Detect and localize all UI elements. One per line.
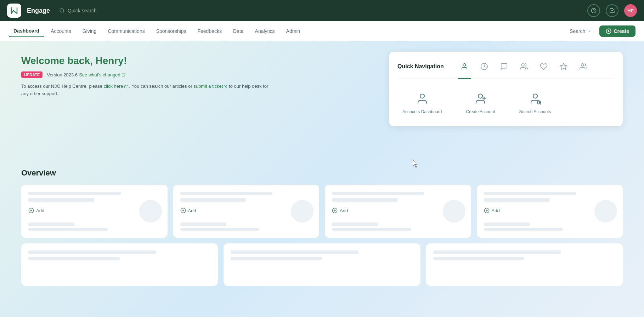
quick-nav-items: Accounts Dashboard Create Account Se xyxy=(397,87,614,118)
overview-card-3: Add xyxy=(325,185,471,238)
card-1-add-button[interactable]: Add xyxy=(28,208,44,213)
help-button[interactable] xyxy=(587,4,600,17)
skeleton-line xyxy=(484,228,563,231)
svg-point-10 xyxy=(521,64,524,66)
card-4-skeleton xyxy=(484,192,616,202)
overview-section: Overview Add xyxy=(21,168,623,286)
see-changes-link[interactable]: See what's changed xyxy=(79,72,126,77)
overview-bottom-card-1 xyxy=(21,243,218,286)
svg-line-8 xyxy=(225,85,227,87)
help-intro: To access our N3O Help Centre, please xyxy=(21,83,102,89)
skeleton-line xyxy=(332,192,424,195)
nav-item-analytics[interactable]: Analytics xyxy=(250,25,280,37)
nav-item-accounts[interactable]: Accounts xyxy=(46,25,76,37)
card-1-circle xyxy=(139,200,162,223)
welcome-name: Henry! xyxy=(96,55,127,66)
skeleton-line xyxy=(332,223,378,226)
qn-item-accounts-dashboard[interactable]: Accounts Dashboard xyxy=(397,87,447,118)
overview-card-1: Add xyxy=(21,185,168,238)
svg-line-6 xyxy=(123,73,125,75)
svg-line-7 xyxy=(125,85,127,87)
nav-item-sponsorships[interactable]: Sponsorships xyxy=(151,25,191,37)
svg-point-9 xyxy=(463,64,465,66)
accounts-dashboard-label: Accounts Dashboard xyxy=(402,109,442,114)
card-2-add-button[interactable]: Add xyxy=(180,208,196,213)
overview-cards-row2 xyxy=(21,243,623,286)
svg-point-14 xyxy=(478,94,482,98)
nav-item-communications[interactable]: Communications xyxy=(103,25,149,37)
main-content: Welcome back, Henry! UPDATE Version 2023… xyxy=(0,41,644,317)
card-4-circle xyxy=(594,200,617,223)
card-4-add-button[interactable]: Add xyxy=(484,208,500,213)
skeleton-line xyxy=(180,198,246,202)
skeleton-line xyxy=(231,257,322,260)
tasks-button[interactable] xyxy=(606,4,618,17)
nav-item-giving[interactable]: Giving xyxy=(78,25,102,37)
card-1-skeleton xyxy=(28,192,160,202)
add-label-4: Add xyxy=(492,208,500,213)
search-label: Search xyxy=(570,28,585,34)
overview-bottom-card-3 xyxy=(426,243,623,286)
skeleton-line xyxy=(28,250,156,254)
quick-nav-header: Quick Navigation xyxy=(397,60,614,79)
overview-card-2: Add xyxy=(173,185,320,238)
qn-item-create-account[interactable]: Create Account xyxy=(461,87,500,118)
nav-item-dashboard[interactable]: Dashboard xyxy=(9,25,44,37)
topbar: Engage Quick search HE xyxy=(0,0,644,21)
user-avatar[interactable]: HE xyxy=(624,4,637,17)
card-3-circle xyxy=(443,200,465,223)
create-account-icon xyxy=(473,91,488,106)
app-title: Engage xyxy=(27,7,50,15)
overview-cards-row1: Add Add xyxy=(21,185,623,238)
qn-tab-communications[interactable] xyxy=(498,60,510,73)
see-changes-text: See what's changed xyxy=(79,72,120,77)
app-logo[interactable] xyxy=(7,4,21,18)
add-label-2: Add xyxy=(188,208,196,213)
skeleton-line xyxy=(484,223,530,226)
card-2-skeleton xyxy=(180,192,312,202)
create-button[interactable]: Create xyxy=(599,25,635,37)
skeleton-line xyxy=(28,223,74,226)
skeleton-line xyxy=(231,250,358,254)
quick-search-label: Quick search xyxy=(68,8,97,13)
nav-item-admin[interactable]: Admin xyxy=(281,25,305,37)
create-account-label: Create Account xyxy=(466,109,495,114)
click-here-link[interactable]: click here xyxy=(104,83,128,90)
skeleton-line xyxy=(332,198,398,202)
submit-ticket-link[interactable]: submit a ticket xyxy=(193,83,227,90)
skeleton-line xyxy=(180,223,226,226)
skeleton-line xyxy=(28,228,108,231)
click-here-text: click here xyxy=(104,83,123,90)
version-text: Version 2023.6 xyxy=(47,72,78,77)
qn-tab-sponsorships[interactable] xyxy=(518,60,530,73)
skeleton-line xyxy=(332,228,411,231)
nav-item-feedbacks[interactable]: Feedbacks xyxy=(193,25,227,37)
card-3-skeleton xyxy=(332,192,464,202)
qn-tab-giving[interactable] xyxy=(478,60,491,73)
card-2-circle xyxy=(291,200,313,223)
overview-title: Overview xyxy=(21,168,623,178)
nav-item-data[interactable]: Data xyxy=(228,25,249,37)
skeleton-line xyxy=(180,228,260,231)
qn-tab-data[interactable] xyxy=(557,60,570,73)
svg-marker-11 xyxy=(560,63,567,69)
overview-bottom-card-2 xyxy=(224,243,420,286)
nav-right: Search Create xyxy=(566,25,635,37)
qn-item-search-accounts[interactable]: Search Accounts xyxy=(514,87,556,118)
qn-tab-heart[interactable] xyxy=(537,60,550,73)
add-label-3: Add xyxy=(340,208,348,213)
welcome-title: Welcome back, Henry! xyxy=(21,55,269,67)
welcome-prefix: Welcome back, xyxy=(21,55,96,66)
update-line: UPDATE Version 2023.6 See what's changed xyxy=(21,71,269,78)
accounts-dashboard-icon xyxy=(414,91,430,106)
search-dropdown[interactable]: Search xyxy=(566,26,595,36)
card-3-add-button[interactable]: Add xyxy=(332,208,348,213)
qn-tab-accounts[interactable] xyxy=(458,60,471,73)
skeleton-line xyxy=(484,192,576,195)
skeleton-line xyxy=(484,198,550,202)
svg-point-13 xyxy=(420,94,424,98)
quick-search[interactable]: Quick search xyxy=(59,8,582,13)
quick-nav-card: Quick Navigation xyxy=(389,52,623,126)
submit-ticket-text: submit a ticket xyxy=(193,83,223,90)
qn-tab-users[interactable] xyxy=(577,60,590,73)
